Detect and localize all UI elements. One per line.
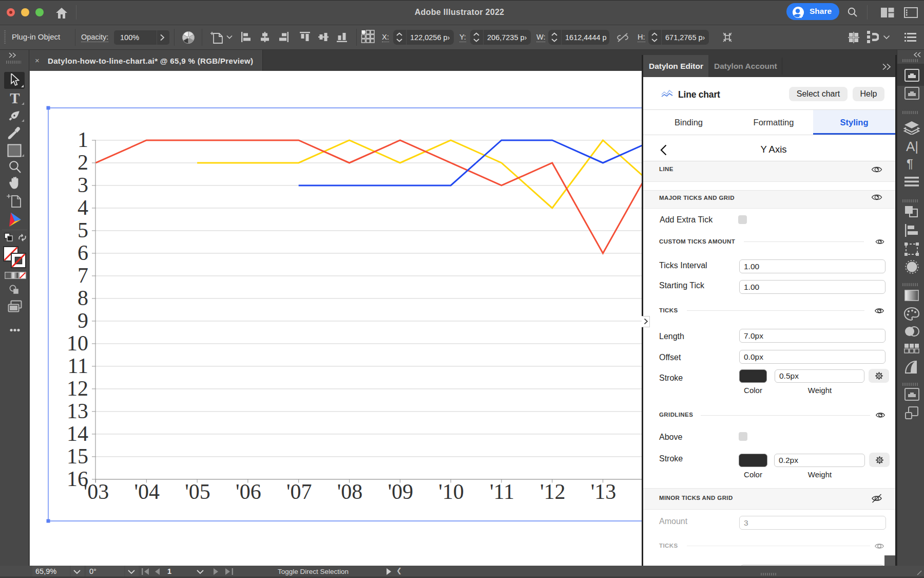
svg-text:4: 4	[78, 196, 88, 219]
svg-text:'11: '11	[490, 480, 514, 504]
svg-text:3: 3	[78, 173, 88, 197]
svg-text:14: 14	[67, 422, 88, 445]
svg-text:7: 7	[78, 264, 88, 287]
svg-text:'08: '08	[337, 480, 363, 504]
svg-text:10: 10	[67, 331, 88, 355]
svg-text:1: 1	[78, 128, 88, 152]
svg-text:'04: '04	[134, 480, 160, 504]
svg-text:8: 8	[78, 286, 88, 310]
svg-text:'03: '03	[84, 480, 109, 504]
svg-text:11: 11	[68, 354, 88, 378]
svg-text:9: 9	[78, 309, 88, 332]
svg-text:'13: '13	[591, 480, 617, 504]
svg-text:2: 2	[78, 151, 88, 174]
svg-text:'05: '05	[185, 480, 210, 504]
svg-text:'10: '10	[438, 480, 464, 504]
svg-text:'07: '07	[286, 480, 312, 504]
svg-text:12: 12	[67, 377, 88, 400]
svg-text:15: 15	[67, 444, 88, 468]
svg-text:6: 6	[78, 241, 88, 265]
svg-text:'06: '06	[236, 480, 261, 504]
svg-text:'09: '09	[388, 480, 414, 504]
svg-text:'12: '12	[540, 480, 566, 504]
svg-text:5: 5	[78, 218, 88, 242]
svg-text:13: 13	[67, 399, 88, 423]
